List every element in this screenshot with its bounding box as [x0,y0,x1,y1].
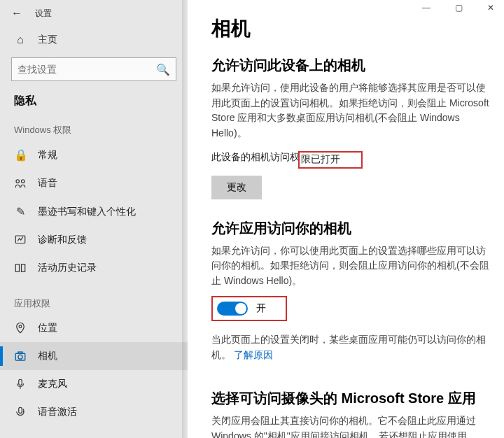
allow-apps-toggle[interactable] [217,302,248,316]
search-input[interactable]: 🔍 [11,57,176,81]
sidebar-home-label: 主页 [38,34,57,46]
history-icon [14,262,27,274]
home-icon: ⌂ [14,34,27,46]
section2-heading: 允许应用访问你的相机 [211,219,493,238]
camera-icon [14,350,27,362]
window-title: 设置 [35,8,52,20]
location-icon [14,322,27,334]
lock-icon: 🔒 [14,148,27,162]
sidebar-item-location[interactable]: 位置 [0,314,188,342]
sidebar-item-activity[interactable]: 活动历史记录 [0,254,188,282]
status-suffix: 限已打开 [301,153,340,164]
svg-rect-4 [22,264,25,272]
sidebar-item-label: 常规 [38,149,57,162]
sidebar-item-label: 墨迹书写和键入个性化 [38,206,136,218]
sidebar-item-general[interactable]: 🔒 常规 [0,141,188,169]
sidebar-item-diagnostics[interactable]: 诊断和反馈 [0,226,188,254]
sidebar-item-label: 诊断和反馈 [38,234,87,246]
svg-rect-10 [19,407,22,413]
svg-point-5 [19,325,22,328]
section2-desc: 如果允许访问，你可以使用此页面上的设置选择哪些应用可以访问你的相机。如果拒绝访问… [211,243,493,289]
section3-heading: 选择可访问摄像头的 Microsoft Store 应用 [211,389,493,408]
svg-point-0 [16,180,20,183]
change-button[interactable]: 更改 [211,176,262,199]
back-icon[interactable]: ← [11,7,22,20]
sidebar-item-camera[interactable]: 相机 [0,342,188,370]
sidebar-item-microphone[interactable]: 麦克风 [0,370,188,398]
maximize-icon[interactable]: ▢ [452,3,465,13]
search-icon: 🔍 [156,63,170,76]
sidebar-item-inking[interactable]: ✎ 墨迹书写和键入个性化 [0,197,188,226]
group-windows-perms: Windows 权限 [0,118,188,141]
section2-note: 当此页面上的设置关闭时，某些桌面应用可能仍可以访问你的相机。 了解原因 [211,332,493,362]
sidebar-item-label: 语音激活 [38,406,77,418]
search-field[interactable] [18,64,156,75]
sidebar-item-speech[interactable]: 语音 [0,169,188,197]
learn-why-link[interactable]: 了解原因 [234,349,273,360]
svg-rect-9 [19,379,22,385]
sidebar-item-label: 语音 [38,177,57,190]
section3-desc: 关闭应用会阻止其直接访问你的相机。它不会阻止此应用通过 Windows 的"相机… [211,414,493,438]
section1-desc: 如果允许访问，使用此设备的用户将能够选择其应用是否可以使用此页面上的设置访问相机… [211,80,493,141]
microphone-icon [14,378,27,390]
sidebar-item-label: 麦克风 [38,378,67,390]
feedback-icon [14,234,27,246]
sidebar-item-label: 相机 [38,350,57,362]
minimize-icon[interactable]: — [420,3,433,13]
sidebar-item-label: 位置 [38,322,57,334]
close-icon[interactable]: ✕ [484,3,497,13]
section-title: 隐私 [0,91,188,118]
voice-icon [14,406,27,418]
speech-icon [14,177,27,190]
page-title: 相机 [211,15,493,42]
status-prefix: 此设备的相机访问权 [211,151,300,169]
sidebar-home[interactable]: ⌂ 主页 [0,27,188,53]
group-app-perms: 应用权限 [0,292,188,314]
sidebar-item-label: 活动历史记录 [38,262,97,274]
sidebar-item-voice-activation[interactable]: 语音激活 [0,398,188,426]
device-camera-status: 此设备的相机访问权限已打开 [211,151,493,169]
allow-apps-toggle-label: 开 [256,302,266,315]
svg-point-7 [18,355,22,359]
svg-rect-3 [15,264,19,272]
pen-icon: ✎ [14,205,27,218]
svg-rect-8 [18,352,22,353]
svg-point-1 [22,180,25,183]
section1-heading: 允许访问此设备上的相机 [211,56,493,75]
